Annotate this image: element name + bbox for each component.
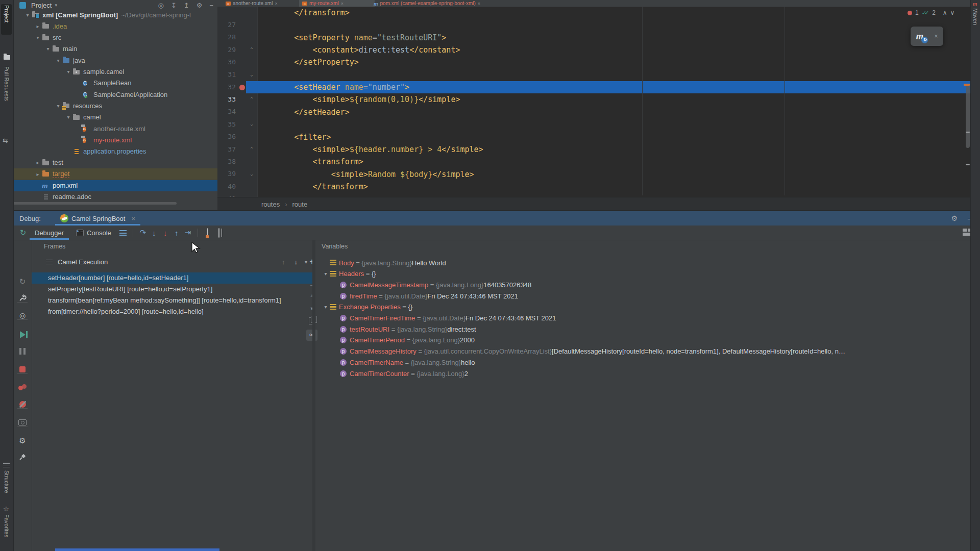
- code-line-33[interactable]: 33 ⌄ <setHeader name="number">: [217, 81, 971, 93]
- variable-row-CamelMessageTimestamp[interactable]: pCamelMessageTimestamp = {java.lang.Long…: [315, 279, 980, 290]
- rerun-debug-icon[interactable]: ↻: [13, 276, 32, 288]
- tree-row-SampleBean[interactable]: CSampleBean: [13, 78, 217, 89]
- variable-row-CamelTimerFiredTime[interactable]: pCamelTimerFiredTime = {java.util.Date} …: [315, 313, 980, 324]
- variable-row-Body[interactable]: Body = {java.lang.String} Hello World: [315, 257, 980, 268]
- frame-row-1[interactable]: setProperty[testRouteURI] [route=hello,i…: [32, 284, 312, 295]
- chevron-down-icon[interactable]: ▾: [64, 114, 72, 120]
- code-line-31[interactable]: 31 ⌃ </setProperty>: [217, 56, 971, 68]
- tree-row-target[interactable]: ▸target: [13, 168, 217, 180]
- tab-debugger[interactable]: Debugger: [29, 226, 70, 240]
- close-icon[interactable]: ×: [275, 1, 277, 6]
- code-line-30[interactable]: 30 <constant>direct:test</constant>: [217, 44, 971, 56]
- close-icon[interactable]: ×: [341, 1, 344, 6]
- code-line-37[interactable]: 37 ⌄ <filter>: [217, 131, 971, 143]
- hide-panel-icon[interactable]: −: [209, 2, 213, 9]
- frame-up-icon[interactable]: ↑: [282, 258, 285, 266]
- code-line-29[interactable]: 29 ⌄ <setProperty name="testRouteURI">: [217, 32, 971, 44]
- editor-scrollbar[interactable]: [966, 86, 970, 148]
- close-icon[interactable]: ×: [478, 1, 480, 6]
- toolwindow-label-pull-requests[interactable]: Pull Requests: [4, 66, 10, 101]
- step-out-icon[interactable]: ↑: [171, 229, 182, 237]
- frame-row-2[interactable]: transform[bean[ref:myBean method:saySome…: [32, 295, 312, 306]
- tree-row-src[interactable]: ▾src: [13, 32, 217, 43]
- tree-row-java[interactable]: ▾java: [13, 55, 217, 66]
- chevron-down-icon[interactable]: ▾: [34, 35, 42, 40]
- code-line-41[interactable]: 41 ⌃ </transform>: [217, 181, 971, 193]
- chevron-down-icon[interactable]: ▾: [44, 46, 52, 52]
- chevron-right-icon[interactable]: ▸: [34, 171, 42, 177]
- toolwindow-label-project[interactable]: Project: [4, 5, 10, 22]
- tree-row-SampleCamelApplication[interactable]: CSampleCamelApplication: [13, 89, 217, 100]
- resume-icon[interactable]: [13, 329, 32, 341]
- settings-gear-icon[interactable]: ⚙: [951, 214, 958, 222]
- tree-row-camel[interactable]: ▾camel: [13, 112, 217, 123]
- variable-row-Headers[interactable]: ▾Headers = {}: [315, 268, 980, 280]
- chevron-down-icon[interactable]: ▾: [54, 58, 62, 63]
- chevron-down-icon[interactable]: ▾: [55, 3, 57, 8]
- settings-gear-icon[interactable]: ⚙: [197, 2, 203, 9]
- variable-row-testRouteURI[interactable]: ptestRouteURI = {java.lang.String} direc…: [315, 323, 980, 335]
- variable-row-CamelTimerName[interactable]: pCamelTimerName = {java.lang.String} hel…: [315, 357, 980, 368]
- variable-row-CamelTimerPeriod[interactable]: pCamelTimerPeriod = {java.lang.Long} 200…: [315, 335, 980, 346]
- execution-point-icon[interactable]: [213, 229, 225, 237]
- chevron-right-icon[interactable]: ▸: [34, 23, 42, 29]
- step-into-icon[interactable]: ↓: [149, 229, 160, 237]
- code-line-39[interactable]: 39 ⌄ <transform>: [217, 156, 971, 168]
- threads-view-icon[interactable]: [117, 229, 129, 237]
- toolwindow-label-maven[interactable]: Maven: [972, 8, 978, 25]
- code-line-34[interactable]: 34 <simple>${random(0,10)}</simple>: [217, 93, 971, 106]
- frame-row-0[interactable]: setHeader[number] [route=hello,id=setHea…: [32, 272, 312, 284]
- code-line-36[interactable]: 36: [217, 118, 971, 131]
- chevron-right-icon[interactable]: ▸: [34, 160, 42, 165]
- thread-selector[interactable]: Camel Execution ↑ ↓ ▾: [32, 254, 312, 269]
- variable-row-CamelMessageHistory[interactable]: pCamelMessageHistory = {java.util.concur…: [315, 346, 980, 357]
- tree-row-application.properties[interactable]: application.properties: [13, 146, 217, 157]
- close-icon[interactable]: ×: [934, 33, 938, 40]
- chevron-down-icon[interactable]: ▾: [322, 271, 330, 277]
- tab-console[interactable]: Console: [70, 226, 117, 240]
- inspection-widget[interactable]: 1 ✓✓ 2 ∧ ∨: [908, 9, 954, 16]
- tree-row-test[interactable]: ▸test: [13, 157, 217, 168]
- toolwindow-label-favorites[interactable]: Favorites: [4, 514, 10, 537]
- toolwindow-label-structure[interactable]: Structure: [4, 470, 10, 493]
- maven-reload-icon[interactable]: m↻: [916, 31, 924, 42]
- collapse-all-icon[interactable]: ↧: [171, 2, 177, 9]
- run-to-cursor-icon[interactable]: ⇥: [182, 228, 193, 237]
- breadcrumb-routes[interactable]: routes: [261, 201, 280, 208]
- variable-row-CamelTimerCounter[interactable]: pCamelTimerCounter = {java.lang.Long} 2: [315, 368, 980, 379]
- chevron-down-icon[interactable]: ▾: [322, 304, 330, 310]
- breakpoint-icon[interactable]: [239, 85, 245, 90]
- expand-all-icon[interactable]: ↥: [184, 2, 189, 9]
- variable-row-firedTime[interactable]: pfiredTime = {java.util.Date} Fri Dec 24…: [315, 290, 980, 302]
- chevron-down-icon[interactable]: ▾: [23, 12, 32, 18]
- pin-icon[interactable]: [13, 451, 32, 463]
- next-problem-icon[interactable]: ∨: [950, 9, 955, 16]
- structure-icon[interactable]: [3, 461, 10, 469]
- locate-file-icon[interactable]: ◎: [158, 2, 164, 9]
- tree-row-another-route.xml[interactable]: ‹›another-route.xml: [13, 123, 217, 134]
- rerun-icon[interactable]: ↻: [17, 228, 29, 237]
- code-line-28[interactable]: 28: [217, 19, 971, 31]
- close-icon[interactable]: ×: [131, 215, 135, 222]
- project-panel-title[interactable]: Project: [31, 2, 52, 9]
- pause-icon[interactable]: [13, 346, 32, 358]
- maven-reload-popup[interactable]: m↻ ×: [911, 27, 943, 46]
- frame-row-3[interactable]: from[timer://hello?period=2000] [route=h…: [32, 306, 312, 317]
- debug-session-tab[interactable]: Camel SpringBoot ×: [55, 211, 140, 226]
- breadcrumb-route[interactable]: route: [292, 201, 307, 208]
- editor-tab-1[interactable]: ‹› my-route.xml ×: [299, 0, 375, 7]
- code-line-32[interactable]: 32: [217, 69, 971, 81]
- stripe-mark-current-line[interactable]: [964, 84, 970, 86]
- editor-tab-2[interactable]: m pom.xml (camel-example-spring-boot-xml…: [371, 0, 530, 7]
- code-line-40[interactable]: 40 <simple>Random ${body}</simple>: [217, 168, 971, 181]
- debug-toolwindow-button-highlight[interactable]: [55, 548, 219, 551]
- editor-tab-0[interactable]: ‹› another-route.xml ×: [223, 0, 305, 7]
- tree-row-xml--Camel-SpringBoot-[interactable]: ▾xml [Camel SpringBoot]~/Dev/git/camel-s…: [13, 9, 217, 20]
- tree-row-sample.camel[interactable]: ▾sample.camel: [13, 66, 217, 78]
- code-line-27[interactable]: 27 ⌃ </transform>: [217, 7, 971, 19]
- chevron-down-icon[interactable]: ▾: [64, 69, 72, 74]
- settings-gear-icon[interactable]: ⚙: [13, 435, 32, 447]
- pull-requests-icon[interactable]: ⇆: [3, 137, 8, 144]
- frame-down-icon[interactable]: ↓: [294, 258, 298, 266]
- code-line-35[interactable]: 35 ⌃ </setHeader>: [217, 106, 971, 118]
